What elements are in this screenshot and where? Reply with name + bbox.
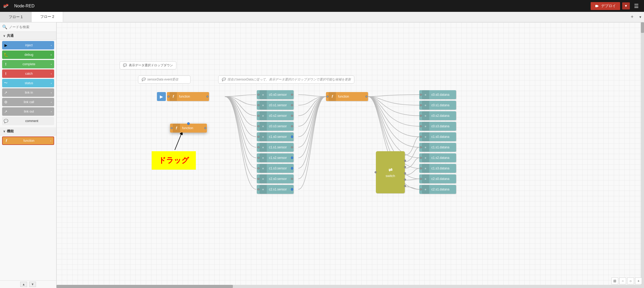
data-node-c1s3[interactable]: ≡ c1.s3.datana [419,164,456,173]
sidebar-item-debug[interactable]: 🐛 debug ≡ [2,50,54,59]
sidebar-item-status[interactable]: 〜 status ▪ [2,79,54,87]
deploy-dropdown-button[interactable]: ▼ [622,2,630,9]
sensor-node-c0s0[interactable]: ≡ c0.s0.sensor [257,90,294,99]
chevron-icon: ∨ [3,34,5,38]
s1-left-port [257,90,259,99]
sidebar-item-link-in[interactable]: ↗ link in ▪ [2,88,54,97]
inject-node[interactable]: ▶ [157,92,166,101]
data-node-c2s1[interactable]: ≡ c2.s1.datana [419,185,456,194]
s1-label: c0.s0.sensor [267,93,291,97]
sensor-node-c1s3[interactable]: ≡ c1.s3.sensor [257,164,294,173]
main-layout: 🔍 ∨ 共通 ▶ inject ▪ 🐛 debug [0,22,644,288]
data-node-c1s0[interactable]: ≡ c1.s0.datana [419,132,456,141]
chevron-icon-fn: ∨ [3,130,5,133]
s1-icon: ≡ [259,90,267,99]
sidebar-search: 🔍 [0,22,56,32]
canvas-area[interactable]: 表示データ選択ドロップダウン sensorData event受信 現在のsen… [57,22,644,288]
data-node-c2s0[interactable]: ≡ c2.s0.datana [419,174,456,183]
node-red-logo [3,3,12,9]
sensor-node-c2s1[interactable]: ≡ c2.s1.sensor [257,185,294,194]
sidebar-item-link-out[interactable]: ↗ link out ▪ [2,107,54,116]
function-node-2[interactable]: f function [326,92,368,101]
complete-icon: ! [2,60,9,68]
scroll-down-button[interactable]: ▼ [29,282,36,287]
function-node-1[interactable]: f function [167,92,209,101]
inject-port: ▪ [48,41,54,49]
scroll-up-button[interactable]: ▲ [20,282,27,287]
canvas-horizontal-scrollbar[interactable] [57,285,644,288]
link-in-port: ▪ [48,88,54,97]
link-in-label: link in [9,91,48,94]
deploy-button[interactable]: デプロイ [591,2,620,10]
link-out-icon: ↗ [2,107,9,116]
function-sidebar-label: function [10,139,48,143]
switch-icon: ⇌ [389,167,392,173]
function-node-dragged[interactable]: f function [170,124,207,133]
add-tab-button[interactable]: + [628,12,637,22]
sensor-node-c0s2[interactable]: ≡ c0.s2.sensor [257,111,294,120]
debug-icon: 🐛 [2,50,9,59]
status-port: ▪ [48,79,54,87]
search-input[interactable] [9,25,54,29]
switch-node[interactable]: ⇌ switch [376,151,405,193]
data-node-c0s3[interactable]: ≡ c0.s3.datana [419,122,456,131]
category-function-header[interactable]: ∨ 機能 [0,127,56,135]
canvas-vscroll-thumb[interactable] [641,22,644,33]
sensor-node-c2s0[interactable]: ≡ c2.s0.sensor [257,174,294,183]
fn1-right-port [206,92,209,101]
sensor-node-c1s2[interactable]: ≡ c1.s2.sensor [257,153,294,162]
sensor-node-c1s1[interactable]: ≡ c1.s1.sensor [257,143,294,152]
hamburger-menu-button[interactable]: ☰ [632,2,641,10]
comment-label: comment [9,119,54,123]
sensor-node-c0s1[interactable]: ≡ c0.s1.sensor [257,101,294,110]
fn2-right-port [365,92,368,101]
link-in-icon: ↗ [2,88,9,97]
sidebar-item-comment[interactable]: 💬 comment [2,117,54,125]
fn2-label: function [336,95,365,98]
fn2-icon: f [329,92,336,101]
sidebar-item-complete[interactable]: ! complete ▪ [2,60,54,68]
data-node-c0s1[interactable]: ≡ c0.s1.datana [419,101,456,110]
function-sidebar-icon: f [3,137,10,144]
sidebar-nodes: ∨ 共通 ▶ inject ▪ 🐛 debug ≡ ! [0,32,56,280]
sensor-node-c0s3[interactable]: ≡ c0.s3.sensor [257,122,294,131]
comment-icon: 💬 [2,117,9,125]
inject-label: inject [9,43,48,47]
tab-dropdown-button[interactable]: ▼ [637,12,644,22]
canvas-vertical-scrollbar[interactable] [641,22,644,285]
debug-label: debug [9,53,48,57]
sensor-node-c1s0[interactable]: ≡ c1.s0.sensor [257,132,294,141]
sidebar-scroll-arrows: ▲ ▼ [0,280,56,288]
fn3-left-port [170,124,173,133]
sidebar-item-function[interactable]: f function ▪ [2,137,54,145]
tabs-bar: フロー 1 フロー 2 + ▼ [0,12,644,22]
sidebar-item-inject[interactable]: ▶ inject ▪ [2,41,54,49]
status-icon: 〜 [2,79,9,87]
canvas-zoom-reset[interactable]: ○ [627,277,634,284]
data-node-c0s0[interactable]: ≡ c0.s0.datana [419,90,456,99]
data-node-c0s2[interactable]: ≡ c0.s2.datana [419,111,456,120]
tab-flow2[interactable]: フロー 2 [32,12,63,22]
canvas-grid-toggle[interactable]: ⊞ [611,277,618,284]
common-node-list: ▶ inject ▪ 🐛 debug ≡ ! complete ▪ [0,40,56,126]
tab-flow1[interactable]: フロー 1 [0,12,32,22]
fn1-icon: f [170,92,177,101]
canvas-zoom-in[interactable]: + [635,277,642,284]
data-node-c1s2[interactable]: ≡ c1.s2.datana [419,153,456,162]
svg-line-3 [6,5,6,6]
link-call-icon: ⚙ [2,98,9,106]
debug-menu: ≡ [48,50,54,59]
deploy-icon [595,4,599,8]
top-bar-left: Node-RED [3,3,34,9]
svg-line-7 [175,131,183,150]
data-node-c1s1[interactable]: ≡ c1.s1.datana [419,143,456,152]
category-common-header[interactable]: ∨ 共通 [0,32,56,40]
top-bar-right: デプロイ ▼ ☰ [591,2,641,10]
sidebar-item-link-call[interactable]: ⚙ link call ▪ [2,98,54,106]
canvas-hscroll-thumb[interactable] [57,285,233,288]
status-label: status [9,81,48,85]
canvas-zoom-out[interactable]: − [619,277,626,284]
category-function: ∨ 機能 f function ▪ [0,127,56,146]
drag-annotation-label: ドラッグ [152,151,196,170]
sidebar-item-catch[interactable]: ! catch ▪ [2,69,54,78]
